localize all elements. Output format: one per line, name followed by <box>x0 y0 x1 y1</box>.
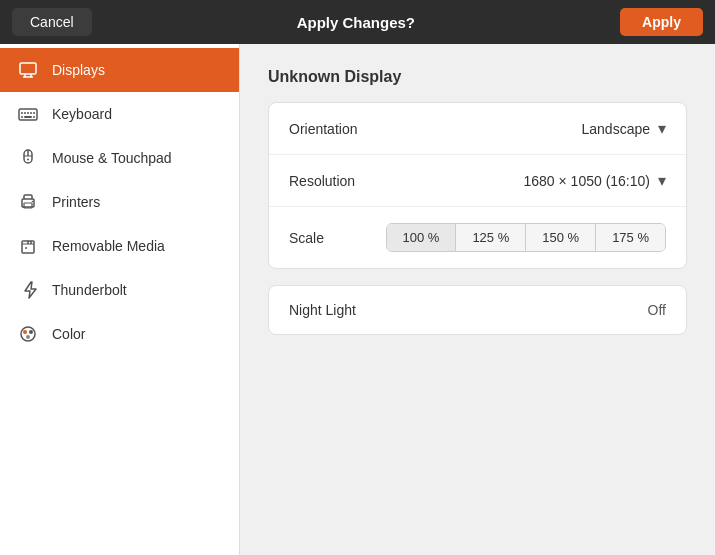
topbar: Cancel Apply Changes? Apply <box>0 0 715 44</box>
sidebar-item-displays-label: Displays <box>52 62 105 78</box>
night-light-card: Night Light Off <box>268 285 687 335</box>
sidebar-item-color-label: Color <box>52 326 85 342</box>
dialog-title: Apply Changes? <box>92 14 621 31</box>
scale-175-button[interactable]: 175 % <box>596 224 665 251</box>
sidebar-item-mouse-label: Mouse & Touchpad <box>52 150 172 166</box>
orientation-value-container[interactable]: Landscape ▾ <box>581 119 666 138</box>
resolution-value: 1680 × 1050 (16:10) <box>524 173 651 189</box>
sidebar-item-displays[interactable]: Displays <box>0 48 239 92</box>
resolution-label: Resolution <box>289 173 355 189</box>
sidebar: Displays Keyboard <box>0 44 240 555</box>
sidebar-item-printers[interactable]: Printers <box>0 180 239 224</box>
night-light-value: Off <box>648 302 666 318</box>
svg-point-16 <box>27 159 29 161</box>
svg-point-21 <box>25 247 27 249</box>
orientation-row: Orientation Landscape ▾ <box>269 103 686 155</box>
scale-100-button[interactable]: 100 % <box>387 224 457 251</box>
content-area: Unknown Display Orientation Landscape ▾ … <box>240 44 715 555</box>
apply-button[interactable]: Apply <box>620 8 703 36</box>
printer-icon <box>18 192 38 212</box>
cancel-button[interactable]: Cancel <box>12 8 92 36</box>
scale-label: Scale <box>289 230 324 246</box>
resolution-dropdown-icon: ▾ <box>658 171 666 190</box>
night-light-row[interactable]: Night Light Off <box>269 286 686 334</box>
orientation-value: Landscape <box>581 121 650 137</box>
resolution-row: Resolution 1680 × 1050 (16:10) ▾ <box>269 155 686 207</box>
color-icon <box>18 324 38 344</box>
display-settings-card: Orientation Landscape ▾ Resolution 1680 … <box>268 102 687 269</box>
sidebar-item-removable-media[interactable]: Removable Media <box>0 224 239 268</box>
svg-rect-4 <box>19 109 37 120</box>
sidebar-item-thunderbolt-label: Thunderbolt <box>52 282 127 298</box>
scale-150-button[interactable]: 150 % <box>526 224 596 251</box>
sidebar-item-mouse-touchpad[interactable]: Mouse & Touchpad <box>0 136 239 180</box>
orientation-dropdown-icon: ▾ <box>658 119 666 138</box>
sidebar-item-thunderbolt[interactable]: Thunderbolt <box>0 268 239 312</box>
keyboard-icon <box>18 104 38 124</box>
resolution-value-container[interactable]: 1680 × 1050 (16:10) ▾ <box>524 171 667 190</box>
scale-row: Scale 100 % 125 % 150 % 175 % <box>269 207 686 268</box>
sidebar-item-keyboard-label: Keyboard <box>52 106 112 122</box>
svg-point-24 <box>29 330 33 334</box>
scale-options: 100 % 125 % 150 % 175 % <box>386 223 667 252</box>
removable-icon <box>18 236 38 256</box>
main-layout: Displays Keyboard <box>0 44 715 555</box>
svg-point-23 <box>23 330 27 334</box>
display-title: Unknown Display <box>268 68 687 86</box>
scale-125-button[interactable]: 125 % <box>456 224 526 251</box>
sidebar-item-printers-label: Printers <box>52 194 100 210</box>
svg-point-25 <box>26 335 30 339</box>
night-light-label: Night Light <box>289 302 356 318</box>
orientation-label: Orientation <box>289 121 357 137</box>
thunderbolt-icon <box>18 280 38 300</box>
sidebar-item-removable-label: Removable Media <box>52 238 165 254</box>
mouse-icon <box>18 148 38 168</box>
svg-rect-0 <box>20 63 36 74</box>
sidebar-item-keyboard[interactable]: Keyboard <box>0 92 239 136</box>
display-icon <box>18 60 38 80</box>
svg-point-19 <box>32 201 34 203</box>
sidebar-item-color[interactable]: Color <box>0 312 239 356</box>
